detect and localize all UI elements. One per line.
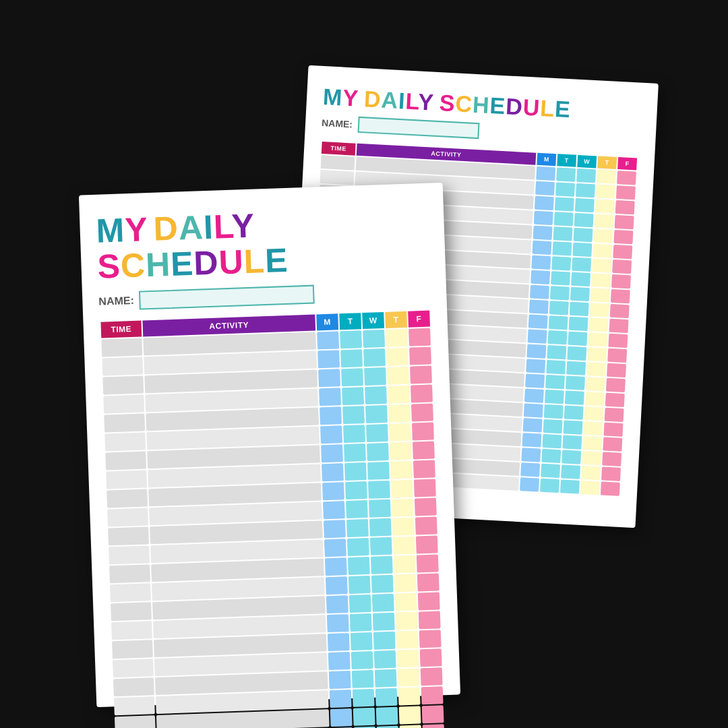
- cell-w: [369, 499, 391, 518]
- cell-f: [417, 573, 439, 591]
- cell-t: [543, 419, 563, 433]
- cell-f: [419, 630, 442, 648]
- cell-th: [580, 481, 600, 495]
- cell-time: [108, 526, 149, 545]
- cell-t: [546, 360, 566, 374]
- cell-th: [386, 329, 408, 347]
- cell-t: [545, 375, 565, 389]
- cell-f: [607, 348, 627, 362]
- cell-w: [373, 632, 396, 650]
- cell-t: [547, 345, 566, 359]
- cell-t: [556, 167, 576, 181]
- cell-f: [605, 392, 625, 406]
- cell-m: [325, 557, 347, 576]
- cell-f: [603, 437, 622, 451]
- cell-th: [595, 199, 615, 213]
- cell-th: [398, 687, 421, 705]
- cell-th: [392, 518, 415, 536]
- cell-th: [398, 668, 420, 686]
- cell-m: [324, 520, 346, 538]
- name-label-front: NAME:: [98, 295, 134, 308]
- header-f-back: F: [617, 157, 637, 170]
- cell-th: [586, 377, 605, 391]
- cell-m: [534, 210, 553, 224]
- cell-w: [363, 348, 386, 367]
- name-input-front[interactable]: [139, 285, 315, 310]
- cell-w: [560, 479, 580, 493]
- header-f-front: F: [408, 311, 430, 328]
- cell-time: [103, 394, 144, 413]
- cell-w: [572, 242, 592, 256]
- cell-t: [351, 651, 373, 669]
- cell-th: [588, 332, 607, 346]
- cell-th: [586, 362, 606, 376]
- cell-f: [409, 347, 431, 365]
- cell-th: [581, 466, 601, 480]
- cell-w: [374, 650, 396, 669]
- cell-t: [549, 301, 569, 315]
- cell-m: [525, 373, 545, 388]
- header-t-front: T: [339, 313, 361, 330]
- name-input-back[interactable]: [357, 117, 479, 139]
- cell-m: [530, 284, 549, 299]
- cell-th: [584, 421, 603, 435]
- cell-m: [520, 462, 540, 477]
- cell-th: [394, 555, 416, 574]
- cell-th: [395, 593, 417, 611]
- cell-time: [109, 564, 150, 583]
- cell-t: [341, 368, 363, 386]
- cell-w: [371, 556, 393, 574]
- cell-m: [317, 350, 340, 368]
- cell-w: [564, 405, 584, 419]
- cell-t: [541, 463, 560, 477]
- cell-t: [548, 330, 568, 344]
- cell-w: [371, 575, 394, 593]
- cell-m: [324, 539, 346, 557]
- cell-w: [566, 375, 585, 390]
- cell-t: [346, 519, 369, 537]
- cell-time: [113, 677, 154, 696]
- cell-m: [535, 181, 555, 195]
- cell-f: [410, 366, 432, 384]
- cell-t: [348, 557, 370, 575]
- table-body-front: [101, 328, 444, 728]
- cell-time: [107, 508, 148, 526]
- cell-w: [368, 481, 390, 499]
- cell-th: [591, 273, 611, 287]
- cell-time: [104, 432, 146, 451]
- header-w-front: W: [362, 312, 384, 329]
- cell-f: [415, 497, 437, 516]
- cell-w: [375, 669, 397, 688]
- cell-m: [529, 299, 549, 313]
- cell-f: [420, 648, 442, 667]
- cell-w: [571, 272, 590, 286]
- title-schedule-front: SCHEDULE: [97, 242, 289, 284]
- cell-m: [330, 708, 353, 727]
- cell-t: [342, 387, 364, 405]
- cell-w: [574, 227, 593, 241]
- cell-m: [326, 576, 348, 595]
- cell-th: [387, 367, 409, 385]
- cell-w: [561, 464, 580, 479]
- cell-f: [419, 611, 441, 629]
- cell-f: [607, 363, 626, 377]
- cell-t: [340, 349, 363, 367]
- cell-t: [541, 448, 561, 462]
- cell-f: [611, 274, 631, 289]
- cell-th: [399, 706, 421, 724]
- cell-f: [411, 404, 433, 422]
- cell-f: [423, 724, 445, 728]
- cell-time: [112, 640, 153, 659]
- cell-t: [552, 241, 572, 255]
- cell-t: [550, 286, 570, 300]
- cell-m: [327, 614, 349, 632]
- cell-f: [415, 516, 437, 535]
- cell-t: [555, 197, 574, 211]
- cell-m: [318, 369, 340, 387]
- cell-f: [422, 705, 444, 723]
- cell-th: [592, 258, 611, 272]
- schedule-card-front: MY DAILY SCHEDULE NAME: TIME ACTIVITY M …: [79, 183, 460, 707]
- cell-t: [344, 462, 367, 481]
- cell-t: [545, 390, 564, 404]
- cell-w: [365, 386, 387, 404]
